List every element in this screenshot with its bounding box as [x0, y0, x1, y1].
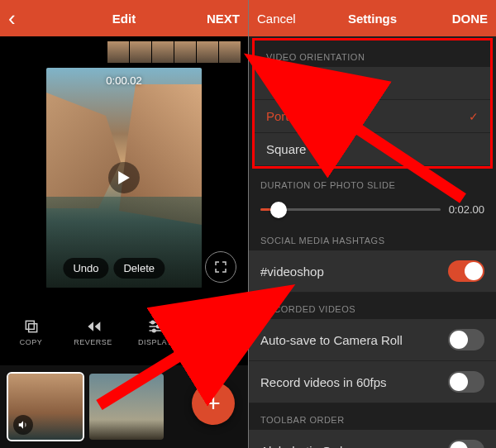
next-button[interactable]: NEXT: [190, 12, 240, 26]
filmstrip-frame: [197, 41, 218, 63]
hashtag-row[interactable]: #videoshop: [249, 250, 496, 293]
sixtyfps-toggle[interactable]: [448, 371, 484, 393]
svg-point-4: [152, 329, 155, 331]
timeline-filmstrip[interactable]: [0, 41, 248, 64]
copy-icon: [23, 318, 40, 335]
sliders-icon: [147, 318, 164, 335]
edit-action-pills: Undo Delete: [63, 258, 165, 279]
settings-header: Cancel Settings DONE: [249, 0, 496, 36]
settings-body[interactable]: VIDEO ORIENTATION Landscape Portrait ✓ S…: [249, 36, 496, 448]
svg-point-3: [156, 325, 159, 327]
cancel-button[interactable]: Cancel: [257, 12, 307, 26]
orientation-landscape[interactable]: Landscape: [255, 67, 490, 100]
reverse-tool[interactable]: REVERSE: [62, 307, 124, 357]
edit-screen: ‹ Edit NEXT 0:00.02 Undo Delete: [0, 0, 248, 448]
settings-title: Settings: [307, 12, 438, 26]
filmstrip-frame: [174, 41, 196, 63]
edit-header: ‹ Edit NEXT: [0, 0, 248, 36]
autosave-row[interactable]: Auto-save to Camera Roll: [249, 319, 496, 361]
recorded-heading: RECORDED VIDEOS: [249, 293, 496, 319]
play-button[interactable]: [108, 162, 140, 193]
sixtyfps-label: Record videos in 60fps: [260, 375, 387, 389]
settings-tool[interactable]: SETTINGS: [186, 307, 248, 357]
plus-icon: +: [206, 389, 221, 417]
hashtag-toggle[interactable]: [448, 260, 484, 282]
undo-button[interactable]: Undo: [63, 258, 108, 279]
display-tool[interactable]: DISPLAY: [124, 307, 186, 357]
filmstrip-frame: [130, 41, 151, 63]
filmstrip-frame: [152, 41, 174, 63]
clip-thumbnails: +: [0, 365, 248, 448]
toolbar-order-heading: TOOLBAR ORDER: [249, 403, 496, 430]
svg-rect-0: [26, 321, 34, 329]
sixtyfps-row[interactable]: Record videos in 60fps: [249, 361, 496, 403]
duration-heading: DURATION OF PHOTO SLIDE: [249, 169, 496, 195]
done-button[interactable]: DONE: [438, 12, 488, 26]
checkmark-icon: ✓: [469, 110, 479, 123]
display-label: DISPLAY: [138, 338, 172, 346]
add-clip-button[interactable]: +: [192, 382, 235, 425]
clip-thumbnail[interactable]: [89, 374, 164, 440]
duration-value: 0:02.00: [449, 203, 484, 216]
alpha-order-row[interactable]: Alphabetic Order: [249, 430, 496, 448]
annotation-highlight-box: VIDEO ORIENTATION Landscape Portrait ✓ S…: [252, 38, 493, 169]
copy-label: COPY: [20, 338, 43, 346]
copy-tool[interactable]: COPY: [0, 307, 62, 357]
option-label: Landscape: [266, 76, 327, 90]
reverse-icon: [85, 318, 102, 335]
edit-title: Edit: [58, 12, 190, 26]
orientation-square[interactable]: Square: [255, 133, 490, 166]
play-icon: [118, 171, 130, 184]
hashtags-heading: SOCIAL MEDIA HASHTAGS: [249, 224, 496, 250]
autosave-label: Auto-save to Camera Roll: [260, 333, 403, 347]
autosave-toggle[interactable]: [448, 329, 484, 350]
fullscreen-button[interactable]: [205, 251, 236, 283]
edit-toolbar: COPY REVERSE DISPLAY SETTINGS: [0, 307, 248, 357]
preview-timestamp: 0:00.02: [106, 74, 141, 87]
alpha-order-label: Alphabetic Order: [260, 444, 354, 449]
option-label: Portrait: [266, 109, 306, 123]
duration-slider-row: 0:02.00: [249, 195, 496, 224]
reverse-label: REVERSE: [74, 338, 112, 346]
filmstrip-frame: [219, 41, 241, 63]
delete-button[interactable]: Delete: [113, 258, 165, 279]
slider-knob[interactable]: [270, 202, 287, 218]
svg-rect-1: [28, 324, 36, 332]
gear-icon: [209, 318, 226, 335]
orientation-portrait[interactable]: Portrait ✓: [255, 100, 490, 133]
mute-button[interactable]: [13, 415, 33, 435]
expand-icon: [215, 261, 227, 273]
back-button[interactable]: ‹: [8, 6, 58, 31]
settings-label: SETTINGS: [197, 338, 237, 346]
filmstrip-frame: [107, 41, 129, 63]
hashtag-label: #videoshop: [260, 265, 324, 279]
duration-slider[interactable]: [260, 208, 441, 211]
svg-point-2: [151, 321, 154, 323]
option-label: Square: [266, 142, 306, 156]
alpha-order-toggle[interactable]: [448, 440, 484, 448]
settings-screen: Cancel Settings DONE VIDEO ORIENTATION L…: [248, 0, 496, 448]
orientation-heading: VIDEO ORIENTATION: [255, 41, 490, 67]
clip-thumbnail[interactable]: [8, 374, 83, 440]
speaker-icon: [17, 419, 29, 431]
video-preview[interactable]: 0:00.02: [46, 68, 202, 288]
